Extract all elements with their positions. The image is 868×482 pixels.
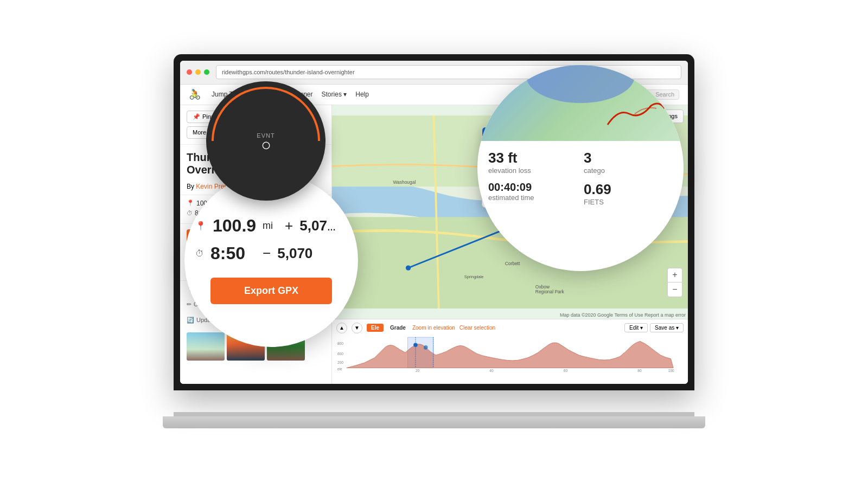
svg-text:200: 200 — [337, 361, 343, 364]
photo-thumb-1[interactable] — [187, 332, 225, 361]
svg-text:60: 60 — [564, 369, 568, 372]
circle-time: 8:50 — [210, 243, 245, 264]
elev-down-button[interactable]: ▼ — [352, 323, 362, 333]
minimize-dot[interactable] — [195, 69, 201, 75]
svg-point-9 — [406, 265, 411, 270]
laptop-base — [163, 416, 705, 428]
circle-zoom-right: 33 ft elevation loss 3 catego 00:40:09 e… — [477, 65, 684, 271]
edit-elevation-button[interactable]: Edit ▾ — [624, 323, 648, 332]
circle-distance: 100.9 — [213, 216, 256, 236]
laptop-hinge — [174, 412, 694, 416]
svg-text:Corbett: Corbett — [505, 261, 520, 266]
elevation-panel: ▲ ▼ Ele Grade Zoom in elevation Clear se… — [332, 319, 688, 384]
circle-distance-unit: mi — [263, 220, 273, 232]
svg-text:600: 600 — [337, 352, 343, 356]
save-as-button[interactable]: Save as ▾ — [650, 323, 684, 332]
circle-time-cell: 00:40:09 estimated time — [488, 181, 577, 206]
svg-point-22 — [424, 345, 428, 350]
tab-ele-button[interactable]: Ele — [367, 324, 384, 332]
svg-text:Springdale: Springdale — [464, 274, 484, 279]
svg-text:80: 80 — [637, 369, 642, 372]
close-dot[interactable] — [187, 69, 192, 75]
time-icon: ⏱ — [187, 210, 193, 216]
svg-text:40: 40 — [489, 369, 494, 372]
circle-gain: 5,07… — [299, 217, 336, 234]
svg-text:20: 20 — [416, 369, 420, 372]
pin-icon: 📌 — [193, 113, 200, 120]
nav-help[interactable]: Help — [355, 91, 369, 98]
svg-text:Washougal: Washougal — [393, 179, 416, 185]
svg-text:100: 100 — [668, 369, 674, 372]
circle-category-cell: 3 catego — [584, 150, 673, 175]
svg-text:Regional Park: Regional Park — [535, 288, 565, 294]
tab-grade-button[interactable]: Grade — [388, 324, 408, 332]
maximize-dot[interactable] — [204, 69, 209, 75]
laptop-container: EVNT ◯ 📍 100.9 mi + 5,07… ⏱ 8:50 − 5,070… — [163, 54, 705, 445]
svg-text:ele: ele — [337, 367, 342, 371]
updated-icon: 🔄 — [187, 317, 194, 324]
circle-fiets-cell: 0.69 FIETS — [584, 181, 673, 206]
map-attribution: Map data ©2020 Google Terms of Use Repor… — [560, 312, 686, 318]
map-zoom-controls: + − — [667, 268, 682, 297]
zoom-elevation-link[interactable]: Zoom in elevation — [412, 325, 455, 331]
elevation-chart: 800 600 200 ele 20 40 60 80 100 — [336, 336, 684, 375]
circle-elevation-loss-cell: 33 ft elevation loss — [488, 150, 577, 175]
svg-text:800: 800 — [337, 342, 343, 345]
distance-icon: 📍 — [187, 200, 194, 207]
zoom-out-button[interactable]: − — [668, 282, 682, 297]
circle-speedometer: EVNT ◯ — [206, 81, 326, 201]
zoom-in-button[interactable]: + — [668, 268, 682, 282]
created-icon: ✏ — [187, 301, 192, 308]
nav-stories[interactable]: Stories ▾ — [322, 91, 347, 98]
circle-loss: 5,070 — [277, 245, 312, 262]
elev-up-button[interactable]: ▲ — [336, 323, 347, 333]
clear-selection-link[interactable]: Clear selection — [459, 325, 495, 331]
circle-map-preview — [477, 65, 684, 141]
export-gpx-button-circle[interactable]: Export GPX — [210, 278, 332, 304]
app-logo: 🚴 — [189, 88, 201, 100]
